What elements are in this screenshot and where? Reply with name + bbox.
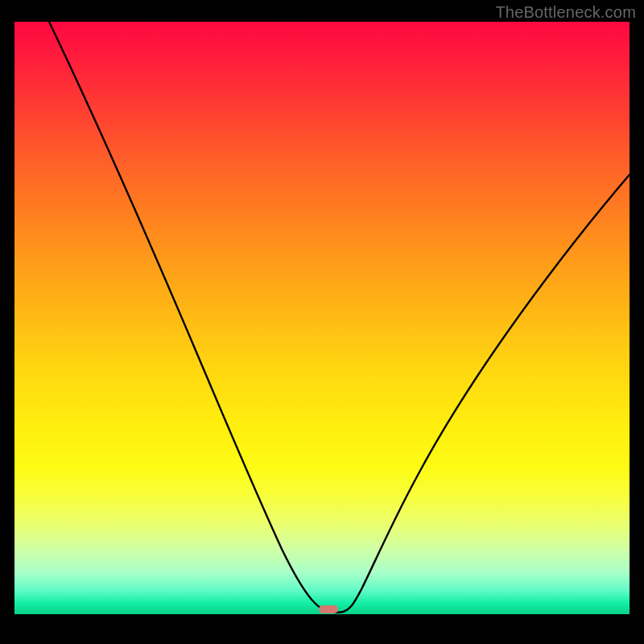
bottleneck-curve — [14, 22, 630, 614]
curve-path — [49, 22, 630, 613]
chart-frame: TheBottleneck.com — [0, 0, 644, 644]
optimum-marker — [319, 605, 338, 613]
plot-area — [14, 22, 630, 614]
watermark-text: TheBottleneck.com — [495, 3, 636, 22]
